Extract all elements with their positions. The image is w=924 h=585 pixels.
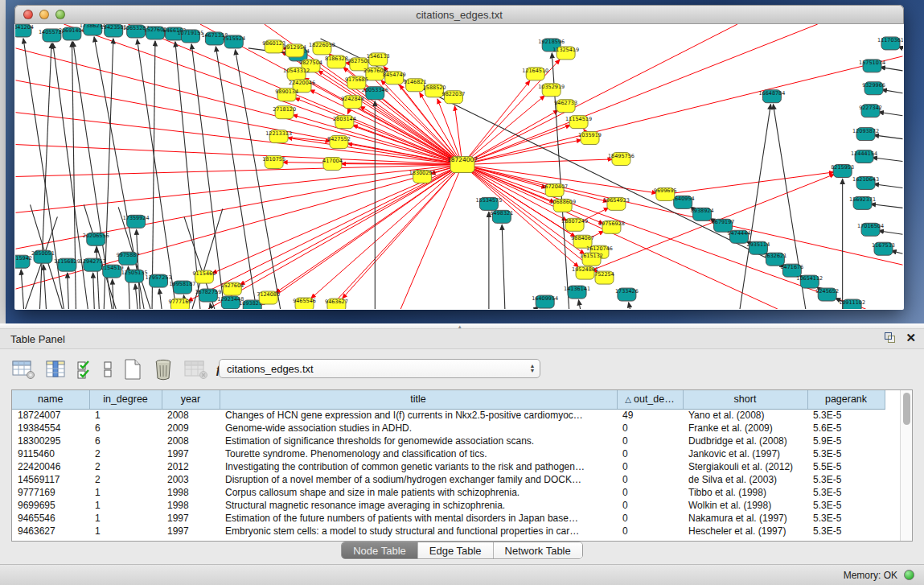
cell-title[interactable]: Tourette syndrome. Phenomenology and cla…	[220, 447, 617, 460]
cell-short[interactable]: Yano et al. (2008)	[683, 409, 807, 422]
graph-node[interactable]: 10719155	[177, 30, 203, 43]
network-window-titlebar[interactable]: citations_edges.txt	[14, 5, 904, 24]
float-window-icon[interactable]	[884, 332, 896, 344]
table-row[interactable]: 969969511998Structural magnetic resonanc…	[12, 499, 885, 512]
cell-year[interactable]: 1997	[162, 525, 220, 538]
table-scrollbar[interactable]	[900, 390, 912, 541]
graph-node[interactable]: 1527604	[220, 282, 244, 295]
close-panel-icon[interactable]: ✕	[906, 332, 916, 344]
graph-node[interactable]: 18495756	[608, 153, 634, 166]
cell-pagerank[interactable]: 5.3E-5	[807, 473, 885, 486]
cell-name[interactable]: 9115460	[12, 447, 89, 460]
table-row[interactable]: 1830029562008Estimation of significance …	[12, 435, 885, 447]
graph-node[interactable]: 1035919	[578, 132, 602, 145]
graph-node[interactable]: 9890134	[275, 89, 298, 101]
cell-in_degree[interactable]: 2	[89, 473, 162, 486]
graph-node[interactable]: 8454749	[383, 72, 406, 84]
graph-node[interactable]: 17359924	[123, 215, 150, 228]
cell-year[interactable]: 2008	[162, 409, 220, 422]
cell-name[interactable]: 18724007	[12, 409, 89, 422]
graph-node[interactable]: 9115460	[192, 270, 216, 283]
graph-node[interactable]: 9465546	[293, 298, 316, 309]
table-row[interactable]: 1872400712008Changes of HCN gene express…	[12, 409, 885, 422]
split-divider[interactable]: ▴	[0, 323, 924, 329]
graph-node[interactable]: 16409954	[532, 295, 558, 308]
cell-out_degree[interactable]: 0	[617, 435, 683, 447]
graph-node[interactable]: 15534575	[475, 197, 502, 210]
cell-year[interactable]: 1997	[162, 447, 220, 460]
graph-node[interactable]: 18724007	[447, 156, 478, 173]
graph-node[interactable]: 20691406	[59, 27, 85, 40]
column-header-title[interactable]: title	[220, 390, 617, 409]
cell-short[interactable]: Stergiakouli et al. (2012)	[683, 460, 807, 473]
graph-node[interactable]: 9462733	[554, 100, 577, 113]
graph-node[interactable]: 8912954	[283, 44, 306, 57]
graph-node[interactable]: 15751074	[859, 60, 885, 72]
graph-node[interactable]: 12093872	[852, 128, 879, 141]
cell-short[interactable]: de Silva et al. (2003)	[683, 473, 807, 486]
graph-node[interactable]: 3915942	[15, 255, 32, 268]
graph-node[interactable]: 8215953	[831, 164, 854, 177]
graph-node[interactable]: 1615132	[580, 253, 603, 266]
cell-out_degree[interactable]: 0	[617, 422, 683, 435]
cell-out_degree[interactable]: 0	[617, 525, 683, 538]
graph-node[interactable]: 10911102	[839, 299, 865, 309]
graph-node[interactable]: 1154519	[101, 265, 124, 278]
graph-node[interactable]: 18226058	[309, 42, 335, 55]
table-row[interactable]: 911546021997Tourette syndrome. Phenomeno…	[12, 447, 885, 460]
network-canvas[interactable]: 1872400718412041405572420691406173862141…	[15, 24, 903, 309]
cell-pagerank[interactable]: 5.3E-5	[807, 447, 885, 460]
table-scrollbar-thumb[interactable]	[903, 393, 910, 425]
cell-pagerank[interactable]: 5.3E-5	[807, 499, 885, 512]
graph-node[interactable]: 1640954	[671, 196, 695, 208]
cell-pagerank[interactable]: 5.6E-5	[807, 422, 885, 435]
tab-network-table[interactable]: Network Table	[494, 542, 582, 558]
cell-in_degree[interactable]: 6	[89, 422, 162, 435]
cell-in_degree[interactable]: 1	[89, 486, 162, 499]
cell-year[interactable]: 2009	[162, 422, 220, 435]
table-row[interactable]: 946362711997Embryonic stem cells: a mode…	[12, 525, 885, 538]
delete-table-icon[interactable]	[183, 357, 207, 381]
cell-name[interactable]: 9465546	[12, 512, 89, 525]
cell-in_degree[interactable]: 6	[89, 435, 162, 447]
graph-node[interactable]: 9975887	[117, 252, 140, 265]
graph-node[interactable]: 12505135	[121, 270, 148, 282]
graph-node[interactable]: 12444154	[851, 150, 877, 163]
cell-pagerank[interactable]: 5.3E-5	[807, 512, 885, 525]
cell-in_degree[interactable]: 1	[89, 499, 162, 512]
graph-node[interactable]: 10688609	[549, 199, 576, 212]
graph-node[interactable]: 6498321	[490, 210, 513, 223]
table-row[interactable]: 1938455462009Genome-wide association stu…	[12, 422, 885, 435]
graph-node[interactable]: 10352919	[538, 84, 565, 97]
cell-in_degree[interactable]: 1	[89, 512, 162, 525]
cell-out_degree[interactable]: 0	[617, 486, 683, 499]
graph-node[interactable]: 9463627	[325, 299, 348, 309]
cell-pagerank[interactable]: 5.3E-5	[807, 525, 885, 538]
cell-pagerank[interactable]: 5.3E-5	[807, 486, 885, 499]
graph-node[interactable]: 1733426	[615, 288, 639, 301]
graph-node[interactable]: 1167533	[872, 242, 895, 255]
graph-node[interactable]: 2718120	[273, 106, 296, 119]
graph-node[interactable]: 20206556	[83, 233, 109, 245]
tab-node-table[interactable]: Node Table	[342, 542, 418, 558]
cell-out_degree[interactable]: 0	[617, 447, 683, 460]
column-header-short[interactable]: short	[683, 390, 807, 409]
cell-title[interactable]: Genome-wide association studies in ADHD.	[220, 422, 617, 435]
graph-node[interactable]: 15692371	[849, 196, 876, 209]
graph-node[interactable]: 9245652	[815, 288, 839, 301]
deselect-all-icon[interactable]	[102, 357, 113, 381]
cell-title[interactable]: Changes of HCN gene expression and I(f) …	[220, 409, 617, 422]
graph-node[interactable]: 9227342	[859, 105, 882, 117]
cell-out_degree[interactable]: 0	[617, 460, 683, 473]
cell-title[interactable]: Estimation of the future numbers of pati…	[220, 512, 617, 525]
cell-name[interactable]: 9699695	[12, 499, 89, 512]
graph-node[interactable]: 20053346	[362, 87, 388, 100]
table-row[interactable]: 977716911998Corpus callosum shape and si…	[12, 486, 885, 499]
cell-short[interactable]: Franke et al. (2009)	[683, 422, 807, 435]
column-header-year[interactable]: year	[162, 390, 220, 409]
table-row[interactable]: 946554611997Estimation of the future num…	[12, 512, 885, 525]
graph-node[interactable]: 9777169	[169, 299, 192, 309]
cell-title[interactable]: Corpus callosum shape and size in male p…	[220, 486, 617, 499]
cell-title[interactable]: Estimation of significance thresholds fo…	[220, 435, 617, 447]
graph-node[interactable]: 11154519	[565, 116, 592, 129]
